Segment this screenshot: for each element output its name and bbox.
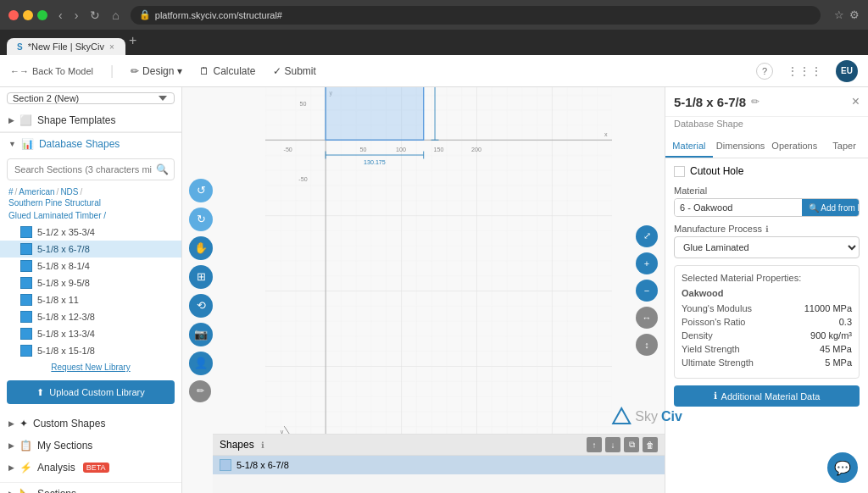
browser-nav: ‹ › ↻ ⌂ [54,7,124,24]
additional-material-btn[interactable]: ℹ Additional Material Data [674,385,860,407]
svg-text:50: 50 [299,101,306,108]
shape-entry-name: 5-1/8 x 6-7/8 [236,460,289,470]
panel-subtitle: Database Shape [665,117,868,136]
tab-title: *New File | SkyCiv [28,42,104,52]
breadcrumb[interactable]: # / American / NDS / Southern Pine Struc… [0,184,181,209]
rotate-button[interactable]: ⟲ [189,294,213,318]
upload-library-button[interactable]: ⬆ Upload Custom Library [7,380,175,404]
canvas-toolbar-left: ↺ ↻ ✋ ⊞ ⟲ 📷 👤 ✏ [189,179,213,402]
edit-button[interactable]: ✏ [189,380,211,402]
canvas-area: ↺ ↻ ✋ ⊞ ⟲ 📷 👤 ✏ ⤢ + − ↔ ↕ [182,87,665,493]
cutout-checkbox[interactable] [674,166,685,177]
active-tab[interactable]: S *New File | SkyCiv × [7,38,125,55]
svg-rect-1 [265,87,612,434]
zoom-minus-button[interactable]: − [636,280,658,302]
chevron-right-icon: ▶ [8,463,14,472]
shapes-info-icon[interactable]: ℹ [261,440,264,450]
refresh-button[interactable]: ↻ [86,7,104,24]
prop-row-poisson: Poisson's Ratio 0.3 [682,317,852,327]
move-up-button[interactable]: ↑ [587,437,602,452]
search-box: 🔍 [7,158,175,180]
tab-close-button[interactable]: × [109,42,114,52]
sidebar-item-analysis[interactable]: ▶ ⚡ Analysis BETA [0,457,181,479]
section-select[interactable]: Section 2 (New) Section 1 [7,92,175,104]
camera-button[interactable]: 📷 [189,323,213,346]
tabs-row: Material Dimensions Operations Taper [665,136,868,158]
prop-value: 900 kg/m³ [810,330,852,341]
bookmark-icon[interactable]: ☆ [834,8,844,21]
shape-entry-row[interactable]: 5-1/8 x 6-7/8 [213,456,665,474]
home-button[interactable]: ⌂ [108,7,123,24]
shape-item[interactable]: 5-1/8 x 8-1/4 [0,258,181,274]
zoom-fit-button[interactable]: ⤢ [636,225,658,247]
panel-close-button[interactable]: × [852,94,860,109]
prop-row-ultimate: Ultimate Strength 5 MPa [682,357,852,368]
calculate-menu[interactable]: 🗒 Calculate [199,65,255,77]
manufacture-info-icon[interactable]: ℹ [765,224,769,234]
zoom-in-button[interactable]: ↺ [189,179,213,202]
shape-item[interactable]: 5-1/8 x 15-1/8 [0,342,181,359]
dot-green[interactable] [37,10,47,20]
tab-taper[interactable]: Taper [821,136,868,158]
extensions-icon[interactable]: ⚙ [849,8,860,21]
dot-yellow[interactable] [23,10,33,20]
breadcrumb-home: # [8,187,14,197]
forward-button[interactable]: › [70,7,83,24]
edit-icon[interactable]: ✏ [751,96,760,108]
tab-dimensions[interactable]: Dimensions [713,136,768,158]
move-down-button[interactable]: ↓ [605,437,620,452]
zoom-x-button[interactable]: ↔ [636,307,658,329]
material-input-group: 🔍 Add from Database [674,198,860,217]
chat-icon: 💬 [834,460,851,476]
cutout-label: Cutout Hole [690,165,743,177]
delete-button[interactable]: 🗑 [643,437,658,452]
database-shapes-header[interactable]: ▼ 📊 Database Shapes [0,133,181,155]
custom-shapes-icon: ✦ [19,418,28,429]
tab-operations[interactable]: Operations [768,136,821,158]
person-button[interactable]: 👤 [189,352,213,375]
request-library-link[interactable]: Request New Library [0,359,181,375]
prop-label: Ultimate Strength [682,357,754,368]
database-shapes-section: ▼ 📊 Database Shapes 🔍 # / American / NDS… [0,132,181,409]
shape-item-selected[interactable]: 5-1/8 x 6-7/8 [0,241,181,258]
help-icon-button[interactable]: ? [756,63,773,80]
material-input[interactable] [675,199,802,216]
shape-color-indicator [220,459,231,471]
grid-button[interactable]: ⊞ [189,265,213,289]
address-bar[interactable]: 🔒 platform.skyciv.com/structural# [131,6,821,25]
dot-red[interactable] [8,10,19,20]
sidebar-item-my-sections[interactable]: ▶ 📋 My Sections [0,435,181,457]
prop-label: Density [682,330,713,341]
shape-item[interactable]: 5-1/8 x 11 [0,291,181,308]
copy-button[interactable]: ⧉ [624,437,639,452]
search-input[interactable] [7,158,175,180]
manufacture-select[interactable]: Glue Laminated [674,236,860,258]
zoom-out-button[interactable]: ↻ [189,208,213,231]
user-avatar[interactable]: EU [836,60,858,82]
pan-button[interactable]: ✋ [189,236,213,260]
zoom-plus-button[interactable]: + [636,252,658,274]
shape-item[interactable]: 5-1/8 x 9-5/8 [0,274,181,291]
shape-templates-header[interactable]: ▶ ⬜ Shape Templates [0,109,181,132]
material-properties-box: Selected Material Properties: Oakwood Yo… [674,265,860,379]
sidebar-item-sections[interactable]: ▶ 📐 Sections [0,482,181,493]
shape-item[interactable]: 5-1/8 x 13-3/4 [0,325,181,342]
category-label: Glued Laminated Timber / [0,209,181,224]
shape-item[interactable]: 5-1/8 x 12-3/8 [0,308,181,325]
back-to-model-link[interactable]: ←→ Back To Model [10,66,93,76]
back-button[interactable]: ‹ [54,7,67,24]
pencil-icon: ✏ [131,65,139,77]
shape-item[interactable]: 5-1/2 x 35-3/4 [0,224,181,241]
add-from-db-label: Add from Database [821,203,860,213]
grid-icon[interactable]: ⋮⋮⋮ [787,64,822,78]
zoom-y-button[interactable]: ↕ [636,334,658,356]
my-sections-label: My Sections [37,440,92,451]
tab-material[interactable]: Material [665,136,713,158]
new-tab-button[interactable]: + [129,33,136,48]
add-from-db-button[interactable]: 🔍 Add from Database [802,199,860,216]
sidebar-item-custom-shapes[interactable]: ▶ ✦ Custom Shapes [0,413,181,435]
submit-menu[interactable]: ✓ Submit [273,65,316,77]
prop-row-yield: Yield Strength 45 MPa [682,344,852,354]
chat-bubble[interactable]: 💬 [827,452,858,483]
design-menu[interactable]: ✏ Design ▾ [131,65,182,77]
